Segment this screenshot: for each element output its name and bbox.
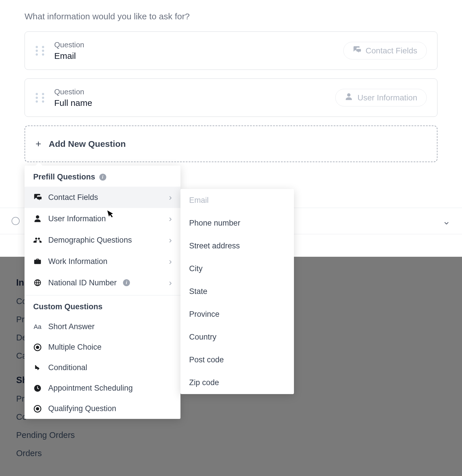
field-type-badge-user-information[interactable]: User Information — [335, 89, 427, 106]
chevron-right-icon: › — [169, 256, 172, 266]
item-label: National ID Number — [48, 278, 117, 287]
popover-item-user-information[interactable]: User Information › — [25, 208, 180, 229]
bg-line: Orders — [16, 449, 446, 458]
plus-icon: + — [36, 138, 41, 149]
svg-point-4 — [36, 407, 39, 411]
submenu-item-email: Email — [180, 189, 294, 212]
popover-item-work-information[interactable]: Work Information › — [25, 251, 180, 272]
item-label: Contact Fields — [48, 193, 98, 202]
question-value: Email — [54, 51, 335, 61]
user-icon — [345, 93, 353, 103]
item-label: User Information — [48, 214, 106, 223]
submenu-item-province[interactable]: Province — [180, 303, 294, 326]
item-label: Short Answer — [48, 322, 95, 331]
info-icon[interactable]: i — [99, 174, 106, 181]
group-icon — [33, 236, 42, 244]
globe-icon — [33, 279, 42, 286]
item-label: Multiple Choice — [48, 343, 102, 352]
chevron-right-icon: › — [169, 235, 172, 245]
question-label: Question — [54, 87, 327, 96]
popover-item-contact-fields[interactable]: Contact Fields › — [25, 187, 180, 208]
submenu-item-city[interactable]: City — [180, 257, 294, 280]
section-title-custom: Custom Questions — [25, 295, 180, 316]
popover-item-qualifying-question[interactable]: Qualifying Question — [25, 398, 180, 419]
info-icon[interactable]: i — [123, 279, 130, 286]
chat-icon — [353, 46, 361, 56]
item-label: Work Information — [48, 257, 107, 266]
badge-label: User Information — [357, 93, 417, 102]
question-card-fullname[interactable]: ● ●● ●● ● Question Full name User Inform… — [25, 78, 437, 117]
field-type-badge-contact-fields[interactable]: Contact Fields — [343, 42, 427, 59]
radio-selected-icon — [33, 344, 42, 351]
chevron-down-icon: ⌄ — [442, 215, 450, 227]
question-label: Question — [54, 40, 335, 49]
submenu-item-zip-code[interactable]: Zip code — [180, 371, 294, 394]
user-icon — [33, 215, 42, 222]
radio-selected-icon — [33, 405, 42, 413]
section-title-prefill: Prefill Questions i — [25, 166, 180, 187]
radio-icon[interactable] — [12, 217, 20, 225]
submenu-item-post-code[interactable]: Post code — [180, 348, 294, 371]
add-new-question-button[interactable]: + Add New Question — [25, 125, 437, 162]
question-value: Full name — [54, 98, 327, 108]
popover-item-conditional[interactable]: Conditional — [25, 357, 180, 378]
submenu-item-state[interactable]: State — [180, 280, 294, 303]
drag-handle-icon[interactable]: ● ●● ●● ● — [35, 46, 46, 56]
popover-item-demographic-questions[interactable]: Demographic Questions › — [25, 229, 180, 251]
page-title: What information would you like to ask f… — [25, 12, 437, 21]
contact-fields-submenu: Email Phone number Street address City S… — [180, 189, 294, 394]
branch-icon — [33, 364, 42, 372]
drag-handle-icon[interactable]: ● ●● ●● ● — [35, 93, 46, 103]
badge-label: Contact Fields — [366, 46, 417, 55]
submenu-item-street-address[interactable]: Street address — [180, 235, 294, 257]
item-label: Conditional — [48, 363, 87, 372]
submenu-item-phone-number[interactable]: Phone number — [180, 212, 294, 235]
submenu-item-country[interactable]: Country — [180, 326, 294, 348]
question-types-popover: Prefill Questions i Contact Fields › Use… — [25, 166, 180, 419]
clock-icon — [33, 385, 42, 392]
question-card-email[interactable]: ● ●● ●● ● Question Email Contact Fields — [25, 31, 437, 70]
bg-line: Pending Orders — [16, 430, 446, 440]
popover-item-short-answer[interactable]: Aa Short Answer — [25, 316, 180, 337]
item-label: Demographic Questions — [48, 236, 132, 245]
text-icon: Aa — [33, 323, 42, 331]
popover-item-appointment-scheduling[interactable]: Appointment Scheduling — [25, 378, 180, 398]
chevron-right-icon: › — [169, 278, 172, 288]
popover-item-multiple-choice[interactable]: Multiple Choice — [25, 337, 180, 357]
svg-point-1 — [36, 346, 39, 349]
popover-item-national-id[interactable]: National ID Number i › — [25, 272, 180, 293]
briefcase-icon — [33, 258, 42, 265]
item-label: Appointment Scheduling — [48, 384, 133, 393]
chat-icon — [33, 194, 42, 201]
chevron-right-icon: › — [169, 214, 172, 224]
item-label: Qualifying Question — [48, 404, 116, 413]
chevron-right-icon: › — [169, 192, 172, 202]
add-new-question-label: Add New Question — [49, 139, 126, 149]
